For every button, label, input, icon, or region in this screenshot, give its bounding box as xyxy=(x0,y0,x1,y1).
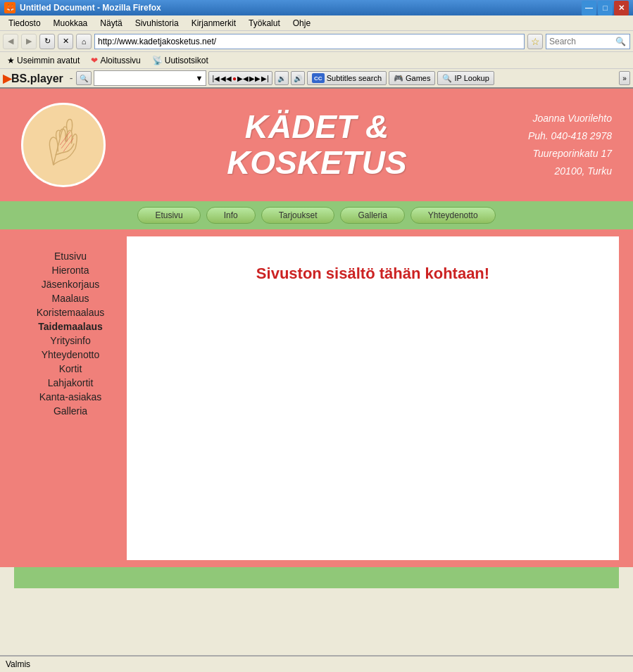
browser-body: KÄDET & KOSKETUS Joanna Vuorilehto Puh. … xyxy=(0,89,633,672)
bsplayer-logo: ▶BS.player xyxy=(3,72,63,85)
search-box: 🔍 xyxy=(546,34,630,49)
browser-icon: 🦊 xyxy=(4,2,15,13)
site-header: KÄDET & KOSKETUS Joanna Vuorilehto Puh. … xyxy=(0,89,633,201)
menu-tiedosto[interactable]: Tiedosto xyxy=(3,17,46,30)
sidebar-link-taidemaalaus[interactable]: Taidemaalaus xyxy=(21,321,120,332)
menu-tyokalut[interactable]: Työkalut xyxy=(243,17,286,30)
nav-tarjoukset[interactable]: Tarjoukset xyxy=(261,207,335,224)
site-content: Sivuston sisältö tähän kohtaan! xyxy=(127,236,619,560)
nav-yhteydenotto[interactable]: Yhteydenotto xyxy=(410,207,496,224)
menu-sivuhistoria[interactable]: Sivuhistoria xyxy=(130,17,184,30)
maximize-button[interactable]: □ xyxy=(598,1,613,15)
statusbar: Valmis xyxy=(0,655,633,672)
star-icon: ★ xyxy=(7,56,15,65)
bookmark-label: Useimmin avatut xyxy=(17,56,80,65)
site-title-block: KÄDET & KOSKETUS xyxy=(106,109,528,180)
menu-ohje[interactable]: Ohje xyxy=(287,17,316,30)
close-button[interactable]: ✕ xyxy=(614,1,629,15)
reload-button[interactable]: ↻ xyxy=(39,34,55,49)
bookmark-useimmin[interactable]: ★ Useimmin avatut xyxy=(3,54,84,67)
forward-button[interactable]: ▶ xyxy=(21,34,37,49)
menu-nayta[interactable]: Näytä xyxy=(94,17,127,30)
search-input[interactable] xyxy=(549,37,613,46)
content-scroll: KÄDET & KOSKETUS Joanna Vuorilehto Puh. … xyxy=(0,89,633,672)
bs-dropdown[interactable]: ▼ xyxy=(94,70,206,86)
contact-address: Tuureporinkatu 17 xyxy=(528,145,612,163)
url-input[interactable] xyxy=(98,37,521,46)
sidebar-link-jasenkorjaus[interactable]: Jäsenkorjaus xyxy=(21,279,120,290)
site-main: Etusivu Hieronta Jäsenkorjaus Maalaus Ko… xyxy=(0,229,633,567)
contact-city: 20100, Turku xyxy=(528,163,612,180)
subtitles-label: Subtitles search xyxy=(327,74,382,82)
bs-play-controls[interactable]: |◀◀◀●▶◀▶▶▶| xyxy=(208,71,272,85)
sidebar-link-yhteydenotto[interactable]: Yhteydenotto xyxy=(21,349,120,360)
nav-galleria[interactable]: Galleria xyxy=(340,207,404,224)
bs-iplookup-button[interactable]: 🔍 IP Lookup xyxy=(437,71,494,85)
home-button[interactable]: ⌂ xyxy=(76,34,92,49)
games-icon: 🎮 xyxy=(394,74,403,83)
site-footer-bar xyxy=(14,567,619,588)
menubar: Tiedosto Muokkaa Näytä Sivuhistoria Kirj… xyxy=(0,15,633,31)
sidebar-link-kortit[interactable]: Kortit xyxy=(21,363,120,374)
heart-icon: ❤ xyxy=(91,56,98,65)
games-label: Games xyxy=(406,74,430,82)
rss-icon: 📡 xyxy=(152,56,163,65)
iplookup-label: IP Lookup xyxy=(454,74,489,82)
window-title: Untitled Document - Mozilla Firefox xyxy=(20,3,161,13)
menu-muokkaa[interactable]: Muokkaa xyxy=(48,17,94,30)
sidebar-link-kanta-asiakas[interactable]: Kanta-asiakas xyxy=(21,391,120,402)
iplookup-icon: 🔍 xyxy=(442,74,452,83)
site-logo xyxy=(21,103,106,187)
bs-expand-button[interactable]: » xyxy=(619,71,630,85)
bookmark-label: Uutisotsikot xyxy=(165,56,208,65)
bs-games-button[interactable]: 🎮 Games xyxy=(389,71,435,85)
bs-vol-up[interactable]: 🔊 xyxy=(291,71,305,85)
browser-window: 🦊 Untitled Document - Mozilla Firefox — … xyxy=(0,0,633,672)
bs-logo-text: BS.player xyxy=(11,72,63,84)
sidebar-link-maalaus[interactable]: Maalaus xyxy=(21,293,120,304)
status-text: Valmis xyxy=(6,659,30,669)
hands-illustration xyxy=(23,105,104,185)
bookmark-star-button[interactable]: ☆ xyxy=(527,34,543,49)
titlebar: 🦊 Untitled Document - Mozilla Firefox — … xyxy=(0,0,633,15)
sidebar-link-etusivu[interactable]: Etusivu xyxy=(21,251,120,262)
sidebar-link-yritysinfo[interactable]: Yritysinfo xyxy=(21,335,120,346)
sidebar-link-hieronta[interactable]: Hieronta xyxy=(21,265,120,276)
bookmark-label: Aloitussivu xyxy=(100,56,140,65)
bs-subtitles-button[interactable]: CC Subtitles search xyxy=(307,71,387,85)
bsplayer-toolbar: ▶BS.player - 🔍 ▼ |◀◀◀●▶◀▶▶▶| 🔉 🔊 CC Subt… xyxy=(0,69,633,89)
bs-logo-bs: ▶ xyxy=(3,72,11,84)
site-title: KÄDET & KOSKETUS xyxy=(106,109,528,180)
content-heading: Sivuston sisältö tähän kohtaan! xyxy=(141,265,605,283)
bs-vol-down[interactable]: 🔉 xyxy=(275,71,289,85)
bs-search-btn[interactable]: 🔍 xyxy=(76,71,92,85)
nav-info[interactable]: Info xyxy=(206,207,256,224)
site-nav: Etusivu Info Tarjoukset Galleria Yhteyde… xyxy=(0,201,633,229)
subtitles-icon: CC xyxy=(312,73,325,83)
bs-dropdown-arrow: ▼ xyxy=(196,74,203,82)
bs-separator: - xyxy=(70,72,73,84)
bookmarks-bar: ★ Useimmin avatut ❤ Aloitussivu 📡 Uutiso… xyxy=(0,52,633,69)
back-button[interactable]: ◀ xyxy=(3,34,18,49)
stop-button[interactable]: ✕ xyxy=(58,34,73,49)
site-sidebar: Etusivu Hieronta Jäsenkorjaus Maalaus Ko… xyxy=(14,236,127,560)
nav-etusivu[interactable]: Etusivu xyxy=(137,207,200,224)
contact-name: Joanna Vuorilehto xyxy=(528,110,612,127)
bookmark-uutisotsikot[interactable]: 📡 Uutisotsikot xyxy=(148,54,213,67)
search-icon[interactable]: 🔍 xyxy=(615,37,626,46)
website-content: KÄDET & KOSKETUS Joanna Vuorilehto Puh. … xyxy=(0,89,633,672)
bookmark-aloitussivu[interactable]: ❤ Aloitussivu xyxy=(87,54,144,67)
sidebar-link-lahjakortit[interactable]: Lahjakortit xyxy=(21,377,120,388)
sidebar-link-galleria[interactable]: Galleria xyxy=(21,405,120,417)
minimize-button[interactable]: — xyxy=(582,1,596,15)
address-bar[interactable] xyxy=(94,34,525,49)
site-contact: Joanna Vuorilehto Puh. 040-418 2978 Tuur… xyxy=(528,110,612,181)
svg-point-0 xyxy=(25,106,102,184)
navbar: ◀ ▶ ↻ ✕ ⌂ ☆ 🔍 xyxy=(0,31,633,52)
contact-phone: Puh. 040-418 2978 xyxy=(528,127,612,145)
sidebar-link-koristemaalaus[interactable]: Koristemaalaus xyxy=(21,307,120,318)
menu-kirjanmerkit[interactable]: Kirjanmerkit xyxy=(186,17,242,30)
